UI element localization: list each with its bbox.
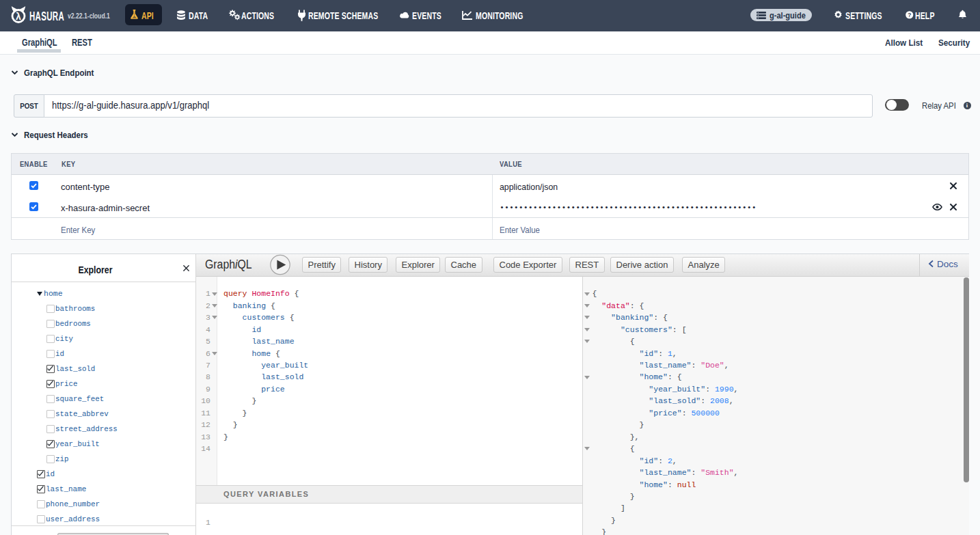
svg-text:λ: λ — [16, 11, 21, 22]
svg-text:?: ? — [908, 12, 911, 18]
